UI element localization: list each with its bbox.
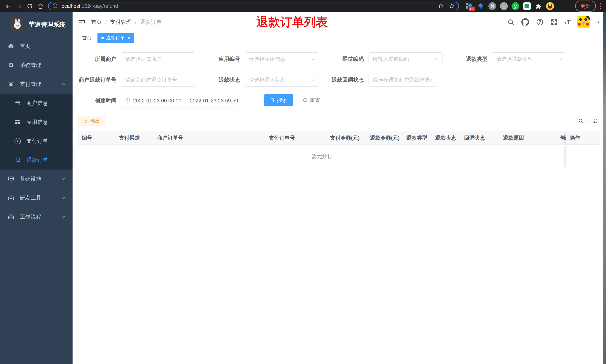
- col-create-time: 创建时间: [556, 131, 566, 145]
- extension-tiles-icon[interactable]: 10: [465, 2, 474, 10]
- breadcrumb-pay[interactable]: 支付管理: [110, 18, 132, 26]
- extension-emoji-icon[interactable]: [546, 2, 554, 10]
- refund-type-select[interactable]: 请选择退款类型: [492, 52, 566, 66]
- extension-command-icon[interactable]: ⌘: [488, 2, 497, 10]
- sidebar-item-workflow[interactable]: 工作流程: [0, 208, 73, 226]
- callback-status-select[interactable]: 请选择通知商户退款结果: [368, 73, 436, 87]
- fullscreen-icon[interactable]: [550, 18, 558, 26]
- tab-home[interactable]: 首页: [78, 33, 95, 43]
- create-time-range-picker[interactable]: 2022-01-23 00:00:00 - 2022-01-23 23:59:5…: [121, 94, 238, 107]
- refund-status-label: 退款状态: [199, 76, 245, 84]
- chevron-down-icon: [558, 57, 563, 62]
- top-navbar: 首页 / 支付管理 / 退款订单 退款订单列表: [73, 12, 606, 32]
- sidebar-item-dev-tools[interactable]: 研发工具: [0, 189, 73, 208]
- col-pay-order-no: 支付订单号: [265, 131, 327, 145]
- sidebar-item-pay[interactable]: ¥ 支付管理: [0, 75, 73, 94]
- table-header-row: 编号 支付渠道 商户订单号 支付订单号 支付金额(元) 退款金额(元) 退款类型…: [78, 131, 600, 145]
- browser-menu-icon[interactable]: [599, 3, 603, 9]
- col-pay-amount: 支付金额(元): [327, 131, 367, 145]
- export-button[interactable]: 导出: [78, 116, 105, 126]
- active-dot: [101, 37, 104, 39]
- extension-badge: 10: [469, 7, 475, 11]
- breadcrumb-home[interactable]: 首页: [91, 18, 102, 26]
- col-refund-reason: 退款原因: [500, 131, 556, 145]
- chevron-down-icon: [61, 177, 66, 182]
- browser-reload-button[interactable]: [25, 1, 35, 11]
- date-range-start[interactable]: 2022-01-23 00:00:00: [133, 98, 181, 104]
- extension-y-icon[interactable]: y: [511, 2, 520, 10]
- merchant-input[interactable]: [125, 56, 191, 62]
- avatar-caret-icon[interactable]: [596, 20, 600, 24]
- app-select[interactable]: 请选择应用信息: [245, 52, 319, 66]
- sidebar-item-refund-order[interactable]: 退款订单: [0, 151, 73, 169]
- sidebar-item-pay-order[interactable]: ¥ 支付订单: [0, 132, 73, 151]
- tab-close-icon[interactable]: ×: [128, 36, 130, 40]
- url-path: :1024/pay/refund: [80, 3, 118, 9]
- url-text: localhost:1024/pay/refund: [60, 3, 118, 9]
- help-icon[interactable]: [536, 18, 544, 26]
- extension-kite-icon[interactable]: [476, 2, 485, 10]
- chevron-down-icon: [61, 195, 66, 200]
- col-callback-status: 回调状态: [460, 131, 500, 145]
- sidebar-item-home[interactable]: 首页: [0, 37, 73, 56]
- sidebar-logo[interactable]: 芋道管理系统: [0, 12, 73, 37]
- document-icon: [14, 157, 22, 163]
- extension-row: 10 ⌘ y: [465, 2, 554, 10]
- tab-refund-order[interactable]: 退款订单 ×: [97, 33, 134, 43]
- yen-circle-icon: ¥: [14, 138, 22, 144]
- sidebar-menu: 首页 系统管理 ¥ 支付管理: [0, 37, 73, 364]
- app-title: 芋道管理系统: [29, 20, 66, 29]
- reset-button[interactable]: 重置: [297, 94, 326, 106]
- empty-row: 暂无数据: [78, 145, 600, 168]
- chevron-down-icon: [434, 57, 439, 62]
- toggle-search-button[interactable]: [576, 116, 586, 126]
- briefcase-icon: [7, 214, 15, 220]
- dashboard-icon: [7, 43, 15, 50]
- logo-avatar: [11, 18, 24, 31]
- col-id: 编号: [78, 131, 115, 145]
- browser-toolbar: localhost:1024/pay/refund 10 ⌘ y: [0, 0, 606, 12]
- address-bar[interactable]: localhost:1024/pay/refund: [48, 2, 459, 10]
- header-search-icon[interactable]: [507, 18, 515, 26]
- browser-back-button[interactable]: [3, 1, 13, 11]
- refund-status-select[interactable]: 请选择退款状态: [245, 73, 319, 87]
- extension-chat-icon[interactable]: [523, 2, 531, 10]
- col-refund-amount: 退款金额(元): [367, 131, 403, 145]
- sidebar-item-system[interactable]: 系统管理: [0, 56, 73, 75]
- chevron-down-icon: [61, 63, 66, 68]
- bookmark-star-icon[interactable]: [449, 3, 455, 10]
- table-grid-icon: [14, 119, 22, 125]
- chrome-update-button[interactable]: 更新: [575, 0, 596, 12]
- merchant-select[interactable]: [121, 52, 195, 66]
- merchant-refund-no-input[interactable]: [125, 77, 191, 83]
- chevron-down-icon: [311, 57, 316, 62]
- site-info-icon[interactable]: [52, 3, 58, 9]
- sidebar-item-merchant-info[interactable]: 商户信息: [0, 94, 73, 113]
- avatar[interactable]: [577, 16, 590, 28]
- browser-forward-button[interactable]: [14, 1, 24, 11]
- col-pay-channel: 支付渠道: [115, 131, 153, 145]
- empty-text: 暂无数据: [78, 145, 566, 168]
- refund-type-label: 退款类型: [447, 55, 492, 63]
- font-size-icon[interactable]: тT: [565, 18, 571, 26]
- col-actions: 操作: [566, 131, 600, 145]
- sidebar: 芋道管理系统 首页 系统管理 ¥ 支付管理: [0, 12, 73, 364]
- tags-view-bar: 首页 退款订单 ×: [73, 32, 606, 44]
- channel-select[interactable]: 请输入渠道编码: [368, 52, 443, 66]
- merchant-refund-no-field[interactable]: [121, 73, 195, 87]
- github-icon[interactable]: [521, 18, 529, 26]
- gear-icon: [7, 62, 15, 69]
- extensions-puzzle-icon[interactable]: [534, 2, 543, 10]
- extension-recorder-icon[interactable]: [500, 2, 508, 10]
- date-range-end[interactable]: 2022-01-23 23:59:59: [190, 98, 238, 104]
- share-icon[interactable]: [438, 3, 444, 9]
- refresh-table-button[interactable]: [590, 116, 600, 126]
- browser-home-button[interactable]: [36, 1, 45, 11]
- chevron-up-icon: [61, 82, 66, 87]
- chevron-down-icon: [311, 78, 316, 82]
- search-button[interactable]: 搜索: [264, 94, 293, 106]
- sidebar-collapse-icon[interactable]: [78, 18, 86, 26]
- sidebar-item-app-info[interactable]: 应用信息: [0, 113, 73, 132]
- window-edge-scrollbar[interactable]: [603, 12, 606, 364]
- sidebar-item-infra[interactable]: 基础设施: [0, 169, 73, 189]
